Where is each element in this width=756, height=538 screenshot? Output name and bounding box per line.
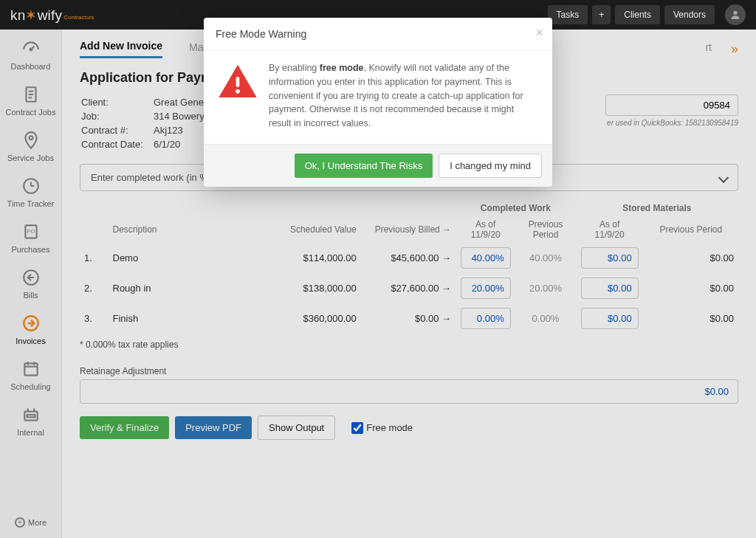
free-mode-warning-modal: Free Mode Warning × By enabling free mod… [204, 18, 552, 187]
close-icon[interactable]: × [535, 25, 543, 41]
changed-my-mind-button[interactable]: I changed my mind [439, 154, 542, 178]
ok-understand-risks-button[interactable]: Ok, I Understand The Risks [295, 154, 433, 178]
svg-point-24 [236, 89, 240, 94]
modal-title: Free Mode Warning [216, 28, 306, 40]
warning-triangle-icon [217, 61, 258, 131]
modal-text: By enabling free mode, Knowify will not … [269, 61, 539, 131]
modal-footer: Ok, I Understand The Risks I changed my … [204, 144, 552, 187]
modal-body: By enabling free mode, Knowify will not … [204, 51, 552, 144]
svg-rect-23 [236, 77, 240, 87]
modal-header: Free Mode Warning × [204, 18, 552, 51]
